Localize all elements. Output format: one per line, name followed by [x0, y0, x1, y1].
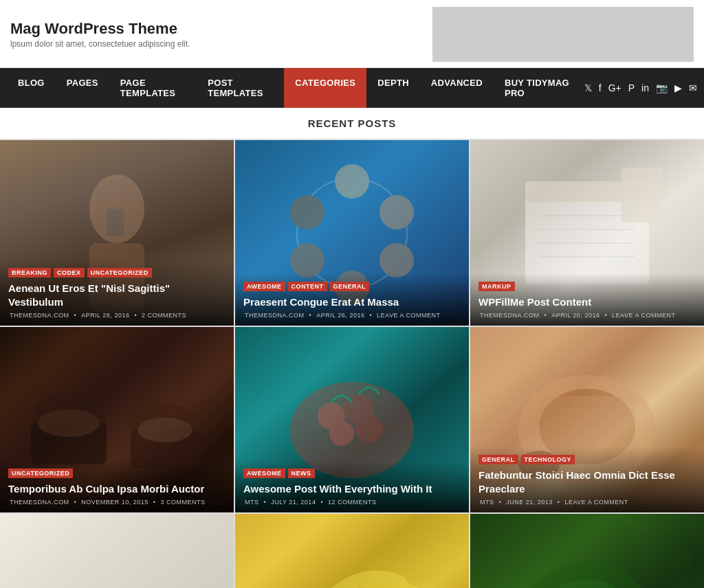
post-tags-3: MARKUP	[478, 282, 696, 291]
post-card-9[interactable]	[470, 514, 704, 588]
post-card-3[interactable]: MARKUP WPFillMe Post Content THEMESDNA.C…	[470, 140, 704, 326]
svg-point-5	[380, 195, 414, 229]
posts-grid: BREAKING CODEX UNCATEGORIZED Aenean Ut E…	[0, 140, 704, 588]
post-meta-4: THEMESDNA.COM • NOVEMBER 10, 2015 • 3 CO…	[8, 499, 226, 506]
nav-item-categories[interactable]: CATEGORIES	[284, 68, 366, 108]
post-overlay-1: BREAKING CODEX UNCATEGORIZED Aenean Ut E…	[0, 260, 234, 326]
nav-item-advanced[interactable]: ADVANCED	[420, 68, 494, 108]
tag-news-5: NEWS	[288, 468, 315, 478]
nav-item-depth[interactable]: DEPTH	[366, 68, 420, 108]
nav-item-post-templates[interactable]: POST TEMPLATES	[197, 68, 284, 108]
email-icon[interactable]: ✉	[689, 82, 697, 93]
post-card-1[interactable]: BREAKING CODEX UNCATEGORIZED Aenean Ut E…	[0, 140, 234, 326]
post-meta-1: THEMESDNA.COM • APRIL 28, 2016 • 2 COMME…	[8, 312, 226, 319]
main-nav: BLOG PAGES PAGE TEMPLATES POST TEMPLATES…	[0, 68, 704, 108]
svg-point-8	[290, 243, 324, 278]
tag-uncategorized-4: UNCATEGORIZED	[8, 468, 73, 478]
post-comments-6: LEAVE A COMMENT	[564, 499, 628, 506]
twitter-icon[interactable]: 𝕏	[584, 82, 592, 93]
header-text: Mag WordPress Theme lpsum dolor sit amet…	[10, 20, 190, 49]
post-comments-2: LEAVE A COMMENT	[377, 312, 440, 319]
nav-item-pages[interactable]: PAGES	[56, 68, 109, 108]
nav-links: BLOG PAGES PAGE TEMPLATES POST TEMPLATES…	[7, 68, 584, 108]
tag-general-2: GENERAL	[330, 282, 370, 291]
post-title-4: Temporibus Ab Culpa Ipsa Morbi Auctor	[8, 482, 226, 496]
svg-point-27	[355, 415, 383, 442]
post-date-3: APRIL 20, 2016	[551, 312, 600, 319]
post-card-8[interactable]	[235, 514, 469, 588]
tag-codex: CODEX	[54, 268, 85, 278]
post-date-4: NOVEMBER 10, 2015	[81, 499, 148, 506]
svg-rect-47	[663, 548, 690, 588]
youtube-icon[interactable]: ▶	[674, 82, 682, 93]
tag-technology-6: TECHNOLOGY	[521, 455, 575, 464]
post-card-6[interactable]: GENERAL TECHNOLOGY Fatebuntur Stoici Hae…	[470, 327, 704, 512]
post-meta-6: MTS • JUNE 21, 2013 • LEAVE A COMMENT	[478, 499, 696, 506]
site-header: Mag WordPress Theme lpsum dolor sit amet…	[0, 0, 704, 68]
svg-point-26	[329, 421, 354, 446]
section-title: RECENT POSTS	[0, 108, 704, 140]
site-title: Mag WordPress Theme	[10, 20, 190, 38]
post-author-2: THEMESDNA.COM	[245, 312, 305, 319]
nav-social-icons: 𝕏 f G+ P in 📷 ▶ ✉	[584, 82, 697, 93]
post-card-5[interactable]: AWESOME NEWS Awesome Post With Everythin…	[235, 327, 469, 512]
post-overlay-4: UNCATEGORIZED Temporibus Ab Culpa Ipsa M…	[0, 460, 234, 513]
pinterest-icon[interactable]: P	[628, 82, 635, 93]
svg-point-9	[290, 195, 324, 229]
instagram-icon[interactable]: 📷	[656, 82, 668, 93]
post-title-6: Fatebuntur Stoici Haec Omnia Dict Esse P…	[478, 468, 696, 495]
post-comments-5: 12 COMMENTS	[328, 499, 377, 506]
svg-point-6	[380, 243, 414, 278]
post-comments-4: 3 COMMENTS	[160, 499, 205, 506]
post-date-1: APRIL 28, 2016	[81, 312, 129, 319]
post-comments-1: 2 COMMENTS	[142, 312, 186, 319]
post-overlay-3: MARKUP WPFillMe Post Content THEMESDNA.C…	[470, 273, 704, 326]
post-overlay-6: GENERAL TECHNOLOGY Fatebuntur Stoici Hae…	[470, 446, 704, 512]
post-meta-2: THEMESDNA.COM • APRIL 26, 2016 • LEAVE A…	[243, 312, 461, 319]
post-author-4: THEMESDNA.COM	[10, 499, 69, 506]
svg-rect-2	[107, 209, 124, 236]
post-card-2[interactable]: AWESOME CONTENT GENERAL Praesent Congue …	[235, 140, 469, 326]
header-advertisement	[432, 7, 694, 62]
google-plus-icon[interactable]: G+	[608, 82, 622, 93]
post-title-2: Praesent Congue Erat At Massa	[243, 295, 461, 309]
post-image-8	[235, 514, 469, 588]
post-tags-4: UNCATEGORIZED	[8, 468, 226, 478]
post-author-5: MTS	[245, 499, 259, 506]
post-tags-5: AWESOME NEWS	[243, 468, 461, 478]
tag-content-2: CONTENT	[288, 282, 327, 291]
tag-general-6: GENERAL	[478, 455, 518, 464]
post-author-3: THEMESDNA.COM	[480, 312, 540, 319]
nav-item-buy[interactable]: BUY TIDYMAG PRO	[494, 68, 584, 108]
post-tags-1: BREAKING CODEX UNCATEGORIZED	[8, 268, 226, 278]
post-overlay-2: AWESOME CONTENT GENERAL Praesent Congue …	[235, 273, 469, 326]
svg-point-22	[138, 418, 192, 442]
post-author-6: MTS	[480, 499, 494, 506]
post-image-7	[0, 514, 234, 588]
post-author-1: THEMESDNA.COM	[10, 312, 69, 319]
svg-point-4	[335, 164, 369, 199]
tag-uncategorized: UNCATEGORIZED	[87, 268, 152, 278]
post-meta-5: MTS • JULY 21, 2014 • 12 COMMENTS	[243, 499, 461, 506]
nav-item-blog[interactable]: BLOG	[7, 68, 56, 108]
tag-breaking: BREAKING	[8, 268, 51, 278]
post-tags-2: AWESOME CONTENT GENERAL	[243, 282, 461, 291]
post-comments-3: LEAVE A COMMENT	[612, 312, 675, 319]
post-card-4[interactable]: UNCATEGORIZED Temporibus Ab Culpa Ipsa M…	[0, 327, 234, 512]
svg-point-21	[38, 409, 100, 437]
post-date-5: JULY 21, 2014	[271, 499, 316, 506]
tag-markup: MARKUP	[478, 282, 515, 291]
post-date-6: JUNE 21, 2013	[506, 499, 553, 506]
post-image-9	[470, 514, 704, 588]
tag-awesome-5: AWESOME	[243, 468, 285, 478]
post-tags-6: GENERAL TECHNOLOGY	[478, 455, 696, 464]
nav-item-page-templates[interactable]: PAGE TEMPLATES	[109, 68, 197, 108]
facebook-icon[interactable]: f	[599, 82, 602, 93]
post-overlay-5: AWESOME NEWS Awesome Post With Everythin…	[235, 460, 469, 513]
linkedin-icon[interactable]: in	[641, 82, 649, 93]
tag-awesome-2: AWESOME	[243, 282, 285, 291]
post-meta-3: THEMESDNA.COM • APRIL 20, 2016 • LEAVE A…	[478, 312, 696, 319]
post-card-7[interactable]	[0, 514, 234, 588]
svg-rect-16	[622, 168, 663, 223]
post-title-5: Awesome Post With Everything With It	[243, 482, 461, 496]
